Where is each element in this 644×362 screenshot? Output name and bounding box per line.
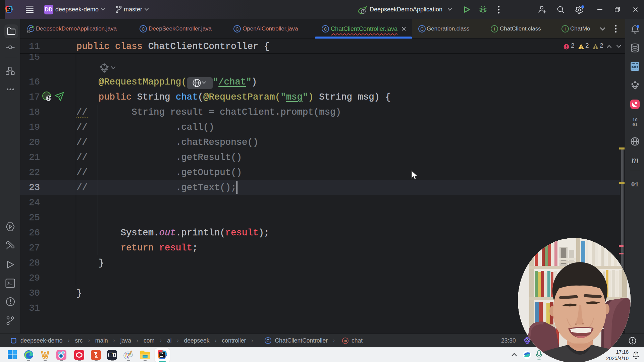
svg-text:z: z xyxy=(637,351,639,354)
svg-text:C: C xyxy=(142,26,145,32)
svg-text:I: I xyxy=(565,26,566,32)
svg-text:z: z xyxy=(635,353,637,356)
svg-text:C: C xyxy=(267,339,270,343)
svg-text:C: C xyxy=(235,26,239,32)
svg-text:m: m xyxy=(344,339,347,343)
svg-text:C: C xyxy=(324,26,327,32)
svg-text:I: I xyxy=(494,26,495,32)
svg-text:C: C xyxy=(420,26,424,32)
